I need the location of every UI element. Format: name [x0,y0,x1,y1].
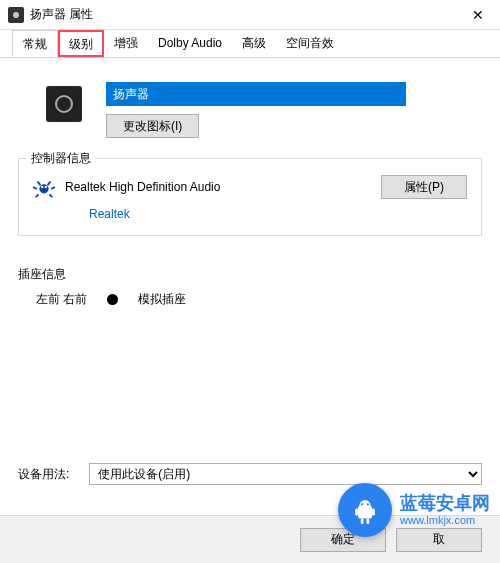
jack-group-label: 插座信息 [18,266,482,283]
jack-location: 左前 右前 [36,291,87,308]
close-button[interactable]: ✕ [455,0,500,30]
tab-levels[interactable]: 级别 [58,30,104,57]
jack-type: 模拟插座 [138,291,186,308]
device-icon [46,86,82,122]
svg-point-3 [359,500,370,511]
tab-advanced[interactable]: 高级 [232,30,276,57]
speaker-app-icon [8,7,24,23]
svg-point-1 [41,186,43,188]
tab-spatial[interactable]: 空间音效 [276,30,344,57]
controller-name: Realtek High Definition Audio [65,180,371,194]
titlebar: 扬声器 属性 ✕ [0,0,500,30]
cancel-button[interactable]: 取 [396,528,482,552]
tab-dolby[interactable]: Dolby Audio [148,30,232,57]
controller-group-label: 控制器信息 [27,150,95,167]
jack-color-dot-icon [107,294,118,305]
ok-button[interactable]: 确定 [300,528,386,552]
tab-general[interactable]: 常规 [12,30,58,57]
jack-info-group: 插座信息 左前 右前 模拟插座 [18,262,482,312]
watermark-name: 蓝莓安卓网 [400,494,490,514]
device-usage-row: 设备用法: 使用此设备(启用) [18,463,482,485]
dialog-footer: 确定 取 [0,515,500,563]
svg-point-9 [361,503,363,505]
realtek-crab-icon [33,176,55,198]
controller-manufacturer: Realtek [89,207,467,221]
svg-point-10 [367,503,369,505]
tab-panel-general: 更改图标(I) 控制器信息 Realtek High Definition Au… [0,58,500,324]
device-usage-select[interactable]: 使用此设备(启用) [89,463,482,485]
device-usage-label: 设备用法: [18,466,69,483]
svg-point-2 [45,186,47,188]
window-title: 扬声器 属性 [30,6,93,23]
svg-point-0 [39,184,48,193]
tab-bar: 常规 级别 增强 Dolby Audio 高级 空间音效 [0,30,500,58]
change-icon-button[interactable]: 更改图标(I) [106,114,199,138]
tab-enhance[interactable]: 增强 [104,30,148,57]
controller-properties-button[interactable]: 属性(P) [381,175,467,199]
device-name-input[interactable] [106,82,406,106]
controller-info-group: 控制器信息 Realtek High Definition Audio 属性(P… [18,158,482,236]
